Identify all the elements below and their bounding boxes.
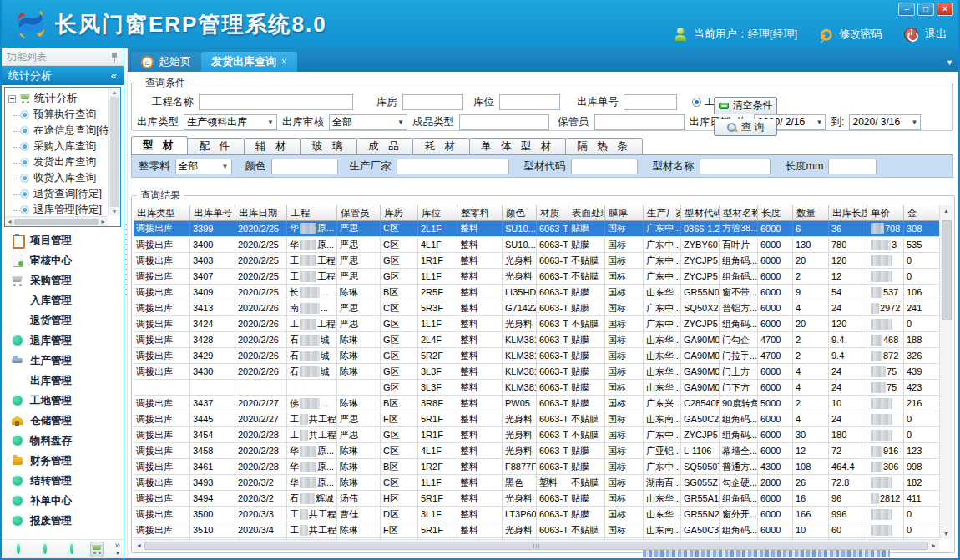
table-row[interactable]: 调拨出库33992020/2/25华原...严思C区2L1F整料SU10...6…: [134, 221, 939, 237]
table-row[interactable]: 调拨出库34292020/2/26石城陈琳G区5R2F整料KLM38176063…: [134, 348, 939, 364]
scrollbar-thumb[interactable]: [942, 220, 952, 320]
length-mm-input[interactable]: [828, 159, 877, 174]
dot-icon[interactable]: [70, 544, 73, 554]
warehouse-input[interactable]: [402, 94, 463, 110]
sidebar-menu-item[interactable]: 物料盘存: [2, 431, 124, 451]
project-name-input[interactable]: [199, 94, 353, 110]
tree-item[interactable]: 采购入库查询: [8, 139, 108, 154]
dot-icon[interactable]: [43, 544, 47, 554]
tab-home[interactable]: ⌂ 起始页: [131, 52, 201, 72]
material-tab[interactable]: 辅 材: [244, 138, 301, 154]
toolbar-overflow-button[interactable]: » ▾: [115, 542, 120, 557]
sidebar-menu-item[interactable]: 出库管理: [2, 371, 124, 391]
column-header[interactable]: 膜厚: [605, 205, 644, 220]
table-row[interactable]: 调拨出库34612020/2/28华原...陈琳B区1R2F整料F8877FT6…: [134, 459, 939, 475]
table-row[interactable]: 调拨出库34932020/3/2华原...陈琳C区1L1F整料黑色塑料不贴膜国标…: [134, 475, 939, 491]
tree-item[interactable]: 预算执行查询: [8, 107, 108, 123]
minimize-button[interactable]: –: [898, 3, 915, 16]
clear-conditions-button[interactable]: 清空条件: [714, 97, 777, 114]
scrollbar-thumb[interactable]: [14, 219, 99, 225]
results-horizontal-scrollbar[interactable]: ◄ ►: [134, 539, 939, 551]
outbound-no-input[interactable]: [624, 94, 677, 110]
table-row[interactable]: 调拨出库34582020/2/28华原...陈琳C区4L1F整料光身料6063-…: [134, 443, 939, 459]
tree-item[interactable]: 退货查询[待定]: [8, 186, 108, 202]
column-header[interactable]: 生产厂家: [644, 205, 681, 220]
manufacturer-input[interactable]: [397, 159, 509, 174]
sidebar-section-header[interactable]: 统计分析 «: [2, 66, 124, 85]
sidebar-menu-item[interactable]: 采购管理: [2, 270, 124, 290]
column-header[interactable]: 长度: [758, 205, 793, 220]
sidebar-menu-item[interactable]: 仓储管理: [2, 411, 124, 431]
table-row[interactable]: 调拨出库34032020/2/25工工程严思G区1R1F整料光身料6063-T5…: [134, 253, 939, 269]
collapse-icon[interactable]: «: [111, 69, 117, 82]
scroll-right-arrow[interactable]: ►: [931, 542, 937, 548]
column-header[interactable]: 工程: [287, 205, 337, 220]
table-row[interactable]: 调拨出库34132020/2/26南...严思C区5R3F整料G71422606…: [134, 300, 939, 316]
tab-overflow-icon[interactable]: ▼: [946, 58, 953, 67]
tree-expander-icon[interactable]: [8, 95, 16, 103]
product-type-input[interactable]: [459, 114, 549, 130]
keeper-input[interactable]: [594, 114, 685, 130]
outbound-type-select[interactable]: 生产领料出库 ▼: [184, 114, 277, 130]
column-header[interactable]: 金: [904, 205, 939, 220]
outbound-audit-select[interactable]: 全部 ▼: [329, 114, 407, 130]
table-row[interactable]: 调拨出库35102020/3/4工共工程陈琳F区5R1F整料光身料6063-T5…: [134, 522, 939, 538]
table-row[interactable]: G区3L3F整料KLM38176063-T5贴膜国标山东华...GA90M09.…: [134, 380, 939, 396]
column-header[interactable]: 出库类型: [134, 205, 190, 220]
sidebar-menu-item[interactable]: 结转管理: [2, 471, 124, 491]
column-header[interactable]: 出库长度: [829, 205, 867, 220]
column-header[interactable]: 数量: [793, 205, 829, 220]
whole-part-select[interactable]: 全部 ▼: [175, 159, 232, 174]
column-header[interactable]: 单价: [867, 205, 904, 220]
scroll-left-arrow[interactable]: ◄: [136, 542, 142, 548]
material-tab[interactable]: 成 品: [356, 138, 413, 154]
tree-item[interactable]: 收货入库查询: [8, 170, 108, 186]
tree-vertical-scrollbar[interactable]: ▲ ▼: [108, 88, 120, 216]
table-row[interactable]: 调拨出库34242020/2/26工工程严思G区1L1F整料光身料6063-T5…: [134, 316, 939, 332]
table-row[interactable]: 调拨出库34092020/2/25长...陈琳B区2R5F整料LI35HD606…: [134, 285, 939, 300]
profile-name-input[interactable]: [700, 159, 771, 174]
scrollbar-thumb[interactable]: [144, 542, 928, 550]
sidebar-menu-item[interactable]: 工地管理: [2, 391, 124, 411]
sidebar-menu-item[interactable]: 报废管理: [2, 511, 124, 531]
column-header[interactable]: 型材名称: [720, 205, 758, 220]
column-header[interactable]: 颜色: [503, 205, 537, 220]
sidebar-menu-item[interactable]: 退库管理: [2, 330, 124, 351]
color-input[interactable]: [271, 159, 338, 174]
material-tab[interactable]: 耗 材: [412, 138, 469, 154]
scroll-up-arrow[interactable]: ▲: [943, 208, 949, 214]
scrollbar-thumb[interactable]: [110, 97, 119, 207]
scroll-left-arrow[interactable]: ◄: [7, 219, 13, 225]
pin-icon[interactable]: [110, 52, 119, 62]
search-button[interactable]: 查 询: [714, 119, 777, 136]
tree-item[interactable]: 在途信息查询[待: [8, 123, 108, 139]
table-row[interactable]: 调拨出库34002020/2/25华原...严思C区4L1F整料SU10...6…: [134, 237, 939, 253]
column-header[interactable]: 整零料: [457, 205, 503, 220]
change-password-link[interactable]: 修改密码: [839, 27, 882, 42]
scroll-down-arrow[interactable]: ▼: [943, 531, 949, 537]
tree-root-statistics[interactable]: 统计分析: [8, 90, 108, 107]
close-button[interactable]: ×: [937, 3, 953, 16]
sidebar-menu-item[interactable]: 项目管理: [2, 230, 124, 250]
sidebar-menu-item[interactable]: 补单中心: [2, 491, 124, 511]
scroll-right-arrow[interactable]: ►: [100, 219, 106, 225]
material-tab[interactable]: 单 体 型 材: [469, 138, 566, 154]
tree-item[interactable]: 退库管理[待定]: [8, 202, 108, 216]
table-row[interactable]: 调拨出库34302020/2/26石城陈琳G区3L3F整料KLM38176063…: [134, 364, 939, 380]
profile-code-input[interactable]: [571, 159, 638, 174]
scroll-up-arrow[interactable]: ▲: [112, 89, 118, 95]
table-row[interactable]: 调拨出库34452020/2/27工共工程严思F区5R1F整料光身料6063-T…: [134, 411, 939, 427]
material-tab[interactable]: 玻 璃: [300, 138, 356, 154]
tree-item[interactable]: 发货出库查询: [8, 154, 108, 170]
column-header[interactable]: 型材代码: [681, 205, 720, 220]
tab-close-icon[interactable]: ×: [281, 56, 287, 68]
dot-icon[interactable]: [17, 544, 20, 554]
table-row[interactable]: 调拨出库34072020/2/25工工程严思G区1L1F整料光身料6063-T5…: [134, 269, 939, 285]
maximize-button[interactable]: □: [917, 3, 934, 16]
sidebar-menu-item[interactable]: 生产管理: [2, 351, 124, 371]
table-row[interactable]: 调拨出库35002020/3/3工共工程曹佳D区3L1F整料LT3P606063…: [134, 507, 939, 522]
results-vertical-scrollbar[interactable]: ▲ ▼: [939, 205, 952, 539]
sidebar-menu-item[interactable]: 入库管理: [2, 290, 124, 310]
material-tab[interactable]: 配 件: [187, 138, 244, 154]
column-header[interactable]: 出库日期: [235, 205, 287, 220]
